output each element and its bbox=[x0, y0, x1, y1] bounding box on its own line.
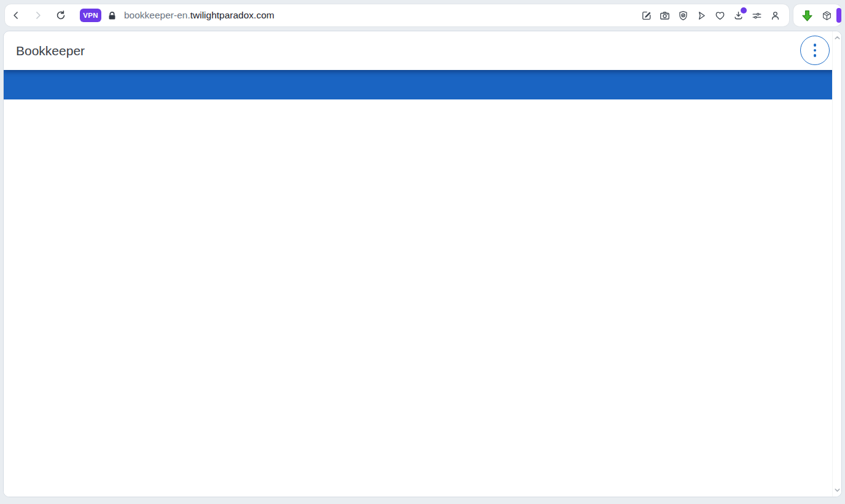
forward-arrow-icon bbox=[32, 9, 44, 21]
page-title: Bookkeeper bbox=[16, 44, 85, 58]
web-page-viewport: Bookkeeper bbox=[3, 31, 842, 497]
sliders-extension-button[interactable] bbox=[747, 6, 766, 25]
lock-icon bbox=[107, 10, 117, 21]
heart-icon bbox=[714, 10, 726, 21]
heart-extension-button[interactable] bbox=[711, 6, 729, 25]
package-extension-button[interactable] bbox=[820, 9, 833, 22]
shield-check-icon bbox=[677, 10, 689, 21]
browser-toolbar: VPN bookkeeper-en.twilightparadox.com bbox=[0, 0, 845, 31]
extension-icon-row bbox=[637, 6, 789, 25]
kebab-dot bbox=[814, 44, 817, 47]
scroll-up-button[interactable] bbox=[833, 34, 841, 42]
edit-extension-button[interactable] bbox=[637, 6, 655, 25]
green-download-arrow-icon bbox=[800, 9, 814, 23]
url-subdomain: bookkeeper-en. bbox=[124, 10, 190, 20]
vpn-badge[interactable]: VPN bbox=[80, 9, 101, 22]
page-content-area bbox=[4, 99, 832, 497]
camera-icon bbox=[659, 10, 671, 21]
reload-button[interactable] bbox=[52, 7, 69, 24]
purple-pill-indicator[interactable] bbox=[836, 8, 841, 23]
edit-icon bbox=[641, 10, 652, 21]
url-domain: twilightparadox.com bbox=[190, 10, 275, 20]
url-display[interactable]: bookkeeper-en.twilightparadox.com bbox=[124, 10, 275, 21]
chevron-down-icon bbox=[833, 486, 841, 494]
download-notification-dot bbox=[741, 7, 747, 14]
profile-icon bbox=[769, 10, 781, 21]
chevron-up-icon bbox=[833, 34, 841, 42]
back-button[interactable] bbox=[7, 7, 25, 24]
downloads-button[interactable] bbox=[729, 6, 747, 25]
site-security-button[interactable] bbox=[107, 10, 117, 21]
reload-icon bbox=[55, 9, 67, 21]
profile-button[interactable] bbox=[766, 6, 784, 25]
page-menu-button[interactable] bbox=[800, 36, 830, 65]
send-extension-button[interactable] bbox=[692, 6, 711, 25]
send-icon bbox=[696, 10, 707, 21]
kebab-dot bbox=[814, 49, 817, 52]
download-manager-button[interactable] bbox=[800, 8, 814, 23]
blue-banner bbox=[4, 70, 832, 99]
page-scrollbar[interactable] bbox=[832, 31, 841, 497]
kebab-dot bbox=[814, 54, 817, 57]
browser-extras-group bbox=[793, 4, 841, 26]
address-bar[interactable]: VPN bookkeeper-en.twilightparadox.com bbox=[5, 4, 789, 26]
camera-extension-button[interactable] bbox=[655, 6, 674, 25]
page-header: Bookkeeper bbox=[4, 31, 841, 70]
forward-button[interactable] bbox=[29, 7, 47, 24]
shield-check-extension-button[interactable] bbox=[674, 6, 692, 25]
scroll-down-button[interactable] bbox=[833, 486, 841, 494]
sliders-icon bbox=[751, 10, 763, 21]
package-cube-icon bbox=[821, 10, 833, 21]
back-arrow-icon bbox=[10, 9, 22, 21]
